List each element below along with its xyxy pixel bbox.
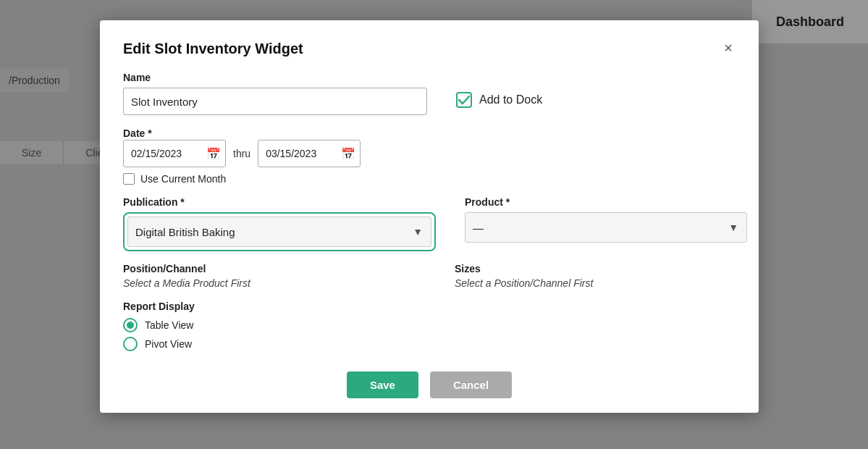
product-select[interactable]: —: [465, 212, 747, 243]
radio-pivot-row: Pivot View: [123, 337, 736, 351]
date-to-input[interactable]: [266, 148, 338, 159]
modal-title: Edit Slot Inventory Widget: [123, 41, 303, 57]
thru-label: thru: [233, 148, 250, 159]
position-placeholder: Select a Media Product First: [123, 277, 426, 289]
calendar-from-icon[interactable]: 📅: [206, 147, 221, 161]
name-section: Name Add to Dock: [123, 72, 736, 115]
pub-product-row: Publication * Digital British Baking ▼ P…: [123, 196, 736, 251]
sizes-group: Sizes Select a Position/Channel First: [455, 263, 736, 289]
radio-table-label: Table View: [145, 319, 193, 331]
product-group: Product * — ▼: [465, 196, 747, 251]
modal-header: Edit Slot Inventory Widget ×: [123, 41, 736, 57]
modal-dialog: Edit Slot Inventory Widget × Name Add to…: [100, 20, 759, 413]
name-input[interactable]: [123, 88, 427, 115]
position-sizes-row: Position/Channel Select a Media Product …: [123, 263, 736, 289]
date-label: Date *: [123, 127, 152, 139]
sizes-placeholder: Select a Position/Channel First: [455, 277, 736, 289]
radio-table-view[interactable]: [123, 318, 138, 332]
product-label: Product *: [465, 196, 747, 208]
add-to-dock-row: Add to Dock: [456, 92, 542, 108]
cancel-button[interactable]: Cancel: [430, 372, 512, 398]
product-select-wrapper: — ▼: [465, 212, 747, 243]
add-to-dock-checkbox[interactable]: [456, 92, 472, 108]
publication-group: Publication * Digital British Baking ▼: [123, 196, 436, 251]
radio-pivot-label: Pivot View: [145, 338, 192, 350]
publication-label: Publication *: [123, 196, 436, 208]
position-group: Position/Channel Select a Media Product …: [123, 263, 426, 289]
date-from-input[interactable]: [131, 148, 203, 159]
date-to-wrapper: 📅: [258, 140, 361, 167]
use-current-month-checkbox[interactable]: [123, 173, 135, 185]
calendar-to-icon[interactable]: 📅: [341, 147, 355, 161]
save-button[interactable]: Save: [347, 372, 418, 398]
close-button[interactable]: ×: [721, 41, 736, 55]
sizes-label: Sizes: [455, 263, 736, 274]
date-from-wrapper: 📅: [123, 140, 226, 167]
name-group: Name: [123, 72, 427, 115]
position-label: Position/Channel: [123, 263, 426, 274]
date-section: Date * 📅 thru 📅 Use Current Month: [123, 127, 736, 185]
report-display-label: Report Display: [123, 301, 736, 312]
publication-highlight: Digital British Baking ▼: [123, 212, 436, 251]
publication-select-wrapper: Digital British Baking ▼: [127, 217, 431, 247]
radio-table-row: Table View: [123, 318, 736, 332]
report-display-section: Report Display Table View Pivot View: [123, 301, 736, 351]
date-row: 📅 thru 📅: [123, 140, 736, 167]
use-current-month-row: Use Current Month: [123, 173, 736, 185]
name-label: Name: [123, 72, 427, 83]
add-to-dock-label: Add to Dock: [479, 93, 542, 106]
radio-pivot-view[interactable]: [123, 337, 138, 351]
use-current-month-label: Use Current Month: [140, 173, 226, 185]
radio-table-inner: [127, 322, 134, 329]
publication-select[interactable]: Digital British Baking: [127, 217, 431, 247]
modal-footer: Save Cancel: [123, 366, 736, 398]
